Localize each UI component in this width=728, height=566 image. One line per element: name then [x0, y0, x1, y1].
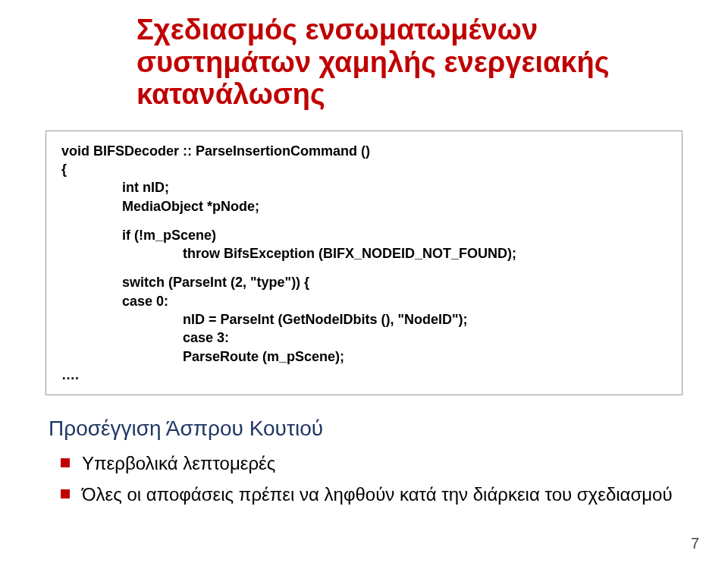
code-line: case 3: — [61, 329, 667, 347]
code-line: …. — [61, 366, 667, 384]
code-line: ParseRoute (m_pScene); — [61, 347, 667, 366]
section-subhead: Προσέγγιση Άσπρου Κουτιού — [49, 417, 682, 441]
title-line: συστημάτων χαμηλής ενεργειακής — [136, 46, 682, 79]
code-line: MediaObject *pNode; — [61, 197, 667, 215]
code-blank — [61, 215, 667, 226]
bullet-item: Υπερβολικά λεπτομερές — [61, 451, 682, 475]
code-line: void BIFSDecoder :: ParseInsertionComman… — [61, 142, 667, 160]
code-line: int nID; — [61, 178, 667, 197]
title-line: κατανάλωσης — [136, 78, 682, 111]
code-line: { — [61, 160, 667, 178]
title-line: Σχεδιασμός ενσωματωμένων — [136, 14, 682, 46]
bullet-list: Υπερβολικά λεπτομερές Όλες οι αποφάσεις … — [61, 451, 682, 506]
code-box: void BIFSDecoder :: ParseInsertionComman… — [46, 130, 682, 396]
bullet-item: Όλες οι αποφάσεις πρέπει να ληφθούν κατά… — [61, 483, 682, 506]
page-number: 7 — [691, 535, 699, 552]
code-line: nID = ParseInt (GetNodeIDbits (), "NodeI… — [61, 310, 667, 329]
code-blank — [61, 263, 667, 273]
slide-title: Σχεδιασμός ενσωματωμένων συστημάτων χαμη… — [136, 14, 682, 111]
code-line: throw BifsException (BIFX_NODEID_NOT_FOU… — [61, 244, 667, 263]
slide: Σχεδιασμός ενσωματωμένων συστημάτων χαμη… — [0, 0, 728, 566]
code-line: switch (ParseInt (2, "type")) { — [61, 273, 667, 291]
code-line: case 0: — [61, 292, 667, 310]
code-line: if (!m_pScene) — [61, 226, 667, 244]
